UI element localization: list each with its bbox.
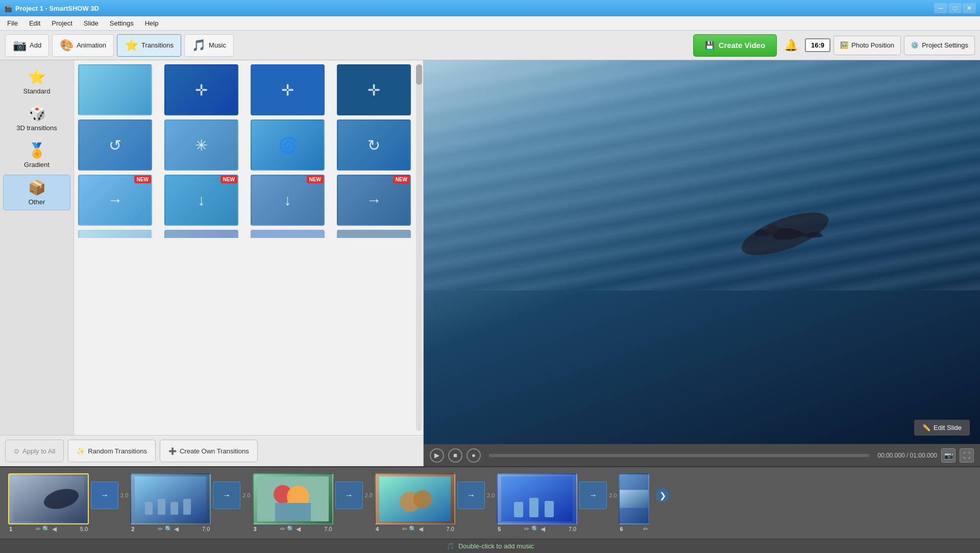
aspect-ratio-button[interactable]: 16:9 (805, 38, 830, 52)
slide-5-tools[interactable]: ✏ 🔍 ◀ (524, 525, 545, 533)
create-video-button[interactable]: 💾 Create Video (693, 34, 777, 57)
menu-project[interactable]: Project (46, 18, 77, 29)
add-icon: 📷 (13, 39, 27, 52)
category-other[interactable]: 📦 Other (3, 175, 70, 210)
slide-6-footer: 6 ✏ (619, 524, 649, 533)
close-button[interactable]: ✕ (963, 3, 976, 13)
trans-2-icon: ✛ (195, 81, 208, 99)
next-slide-arrow-icon[interactable]: ❯ (655, 488, 670, 502)
titlebar-controls: ─ □ ✕ (934, 3, 976, 13)
trans-label-4-5: 2.0 (487, 492, 495, 498)
transition-item-3[interactable]: ✛ (251, 64, 325, 115)
slide-4-duration: 7.0 (447, 526, 454, 532)
music-button[interactable]: 🎵 Music (184, 34, 234, 57)
transition-item-6[interactable]: ✳ (164, 119, 238, 171)
transition-item-11[interactable]: NEW ↓ (251, 175, 325, 226)
project-settings-button[interactable]: ⚙️ Project Settings (904, 36, 975, 55)
transition-item-13[interactable] (78, 230, 152, 238)
slide-1-number: 1 (9, 526, 12, 532)
preview-panel: ✏️ Edit Slide ▶ ■ ● 00:00.000 / 01:00.00… (424, 60, 980, 466)
slide-thumb-1[interactable] (8, 473, 89, 524)
toolbar: 📷 Add 🎨 Animation ⭐ Transitions 🎵 Music … (0, 31, 980, 60)
transition-item-15[interactable] (251, 230, 325, 238)
transition-item-2[interactable]: ✛ (164, 64, 238, 115)
record-button[interactable]: ● (467, 448, 481, 463)
animation-button[interactable]: 🎨 Animation (52, 34, 114, 57)
transition-between-3-4[interactable]: → (335, 482, 363, 509)
slide-thumb-6[interactable] (619, 473, 649, 524)
slide-1-tools[interactable]: ✏ 🔍 ◀ (36, 525, 57, 533)
menu-edit[interactable]: Edit (24, 18, 45, 29)
time-separator: / (905, 452, 910, 459)
new-badge-9: NEW (134, 176, 151, 183)
trans-8-icon: ↻ (368, 136, 380, 154)
category-other-label: Other (29, 198, 45, 206)
transition-item-12[interactable]: NEW → (337, 175, 411, 226)
slide-thumb-2-inner (131, 474, 210, 523)
category-3d-label: 3D transitions (16, 124, 57, 132)
photo-position-button[interactable]: 🖼️ Photo Position (834, 36, 901, 55)
play-button[interactable]: ▶ (430, 448, 444, 463)
create-own-transitions-button[interactable]: ➕ Create Own Transitions (160, 440, 258, 462)
music-prompt: Double-click to add music (458, 542, 534, 550)
fullscreen-button[interactable]: ⛶ (960, 448, 974, 463)
transition-between-5-6[interactable]: → (579, 482, 607, 509)
transition-item-9[interactable]: NEW → (78, 175, 152, 226)
apply-to-all-button[interactable]: ⊙ Apply to All (5, 440, 64, 462)
transition-item-16[interactable] (337, 230, 411, 238)
menu-file[interactable]: File (2, 18, 23, 29)
maximize-button[interactable]: □ (948, 3, 962, 13)
animation-label: Animation (77, 41, 106, 49)
category-gradient[interactable]: 🏅 Gradient (3, 138, 70, 173)
transition-item-4[interactable]: ✛ (337, 64, 411, 115)
category-gradient-label: Gradient (24, 161, 50, 169)
standard-icon: ⭐ (28, 68, 46, 85)
transition-item-10[interactable]: NEW ↓ (164, 175, 238, 226)
snapshot-button[interactable]: 📷 (941, 448, 955, 463)
minimize-button[interactable]: ─ (934, 3, 947, 13)
add-button[interactable]: 📷 Add (5, 34, 49, 57)
menu-settings[interactable]: Settings (105, 18, 139, 29)
slide-3-tools[interactable]: ✏ 🔍 ◀ (280, 525, 301, 533)
menu-help[interactable]: Help (140, 18, 164, 29)
slide-thumb-3-inner (254, 474, 332, 523)
stop-button[interactable]: ■ (448, 448, 462, 463)
edit-slide-button[interactable]: ✏️ Edit Slide (914, 420, 970, 436)
transition-item-1[interactable] (78, 64, 152, 115)
slide-thumb-6-inner (620, 474, 648, 523)
slide-4-tools[interactable]: ✏ 🔍 ◀ (402, 525, 423, 533)
slide-thumb-4[interactable] (375, 473, 455, 524)
category-standard[interactable]: ⭐ Standard (3, 64, 70, 99)
trans-arrow-icon-3: → (345, 491, 353, 500)
more-slides-arrow[interactable]: ❯ (655, 488, 670, 502)
slide-thumb-2[interactable] (130, 473, 211, 524)
underwater-scene (424, 60, 980, 444)
progress-bar-container[interactable] (489, 454, 869, 457)
scrollbar-vertical[interactable] (416, 64, 422, 431)
svg-rect-19 (545, 501, 554, 517)
slide-thumb-5[interactable] (497, 473, 577, 524)
slide-item-3: 3 ✏ 🔍 ◀ 7.0 (253, 473, 333, 533)
transitions-button[interactable]: ⭐ Transitions (117, 34, 181, 57)
slide-6-tools[interactable]: ✏ (643, 525, 648, 533)
trans-arrow-icon-4: → (467, 491, 475, 500)
slide-2-tools[interactable]: ✏ 🔍 ◀ (158, 525, 179, 533)
transition-between-2-3[interactable]: → (213, 482, 240, 509)
transition-between-4-5[interactable]: → (457, 482, 485, 509)
transition-between-1-2[interactable]: → (91, 482, 118, 509)
slide-3-number: 3 (254, 526, 257, 532)
music-bar[interactable]: 🎵 Double-click to add music (0, 539, 980, 553)
other-icon: 📦 (28, 179, 46, 196)
transition-item-7[interactable]: 🌀 (251, 119, 325, 171)
transition-item-5[interactable]: ↺ (78, 119, 152, 171)
transition-item-8[interactable]: ↻ (337, 119, 411, 171)
menu-slide[interactable]: Slide (79, 18, 104, 29)
slide-item-6: 6 ✏ (619, 473, 649, 533)
svg-rect-7 (170, 502, 178, 515)
transition-item-14[interactable] (164, 230, 238, 238)
category-3d[interactable]: 🎲 3D transitions (3, 101, 70, 136)
scrollbar-thumb[interactable] (416, 64, 422, 85)
random-transitions-button[interactable]: ✨ Random Transitions (68, 440, 156, 462)
notification-bell-icon[interactable]: 🔔 (780, 37, 802, 54)
slide-thumb-3[interactable] (253, 473, 333, 524)
